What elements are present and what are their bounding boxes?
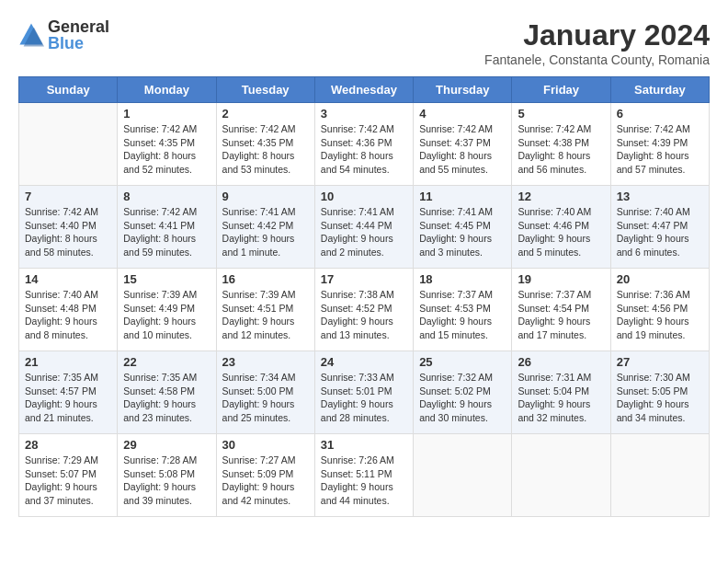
cell-info: Sunrise: 7:33 AM Sunset: 5:01 PM Dayligh…: [321, 371, 407, 425]
day-number: 15: [123, 272, 210, 286]
calendar-cell: 17Sunrise: 7:38 AM Sunset: 4:52 PM Dayli…: [314, 269, 413, 351]
calendar-cell: 31Sunrise: 7:26 AM Sunset: 5:11 PM Dayli…: [314, 434, 413, 517]
cell-info: Sunrise: 7:30 AM Sunset: 5:05 PM Dayligh…: [617, 371, 703, 425]
cell-info: Sunrise: 7:29 AM Sunset: 5:07 PM Dayligh…: [25, 454, 111, 508]
header: General Blue January 2024 Fantanele, Con…: [18, 18, 710, 67]
column-header-thursday: Thursday: [414, 77, 512, 103]
calendar-cell: 29Sunrise: 7:28 AM Sunset: 5:08 PM Dayli…: [118, 434, 216, 517]
cell-info: Sunrise: 7:40 AM Sunset: 4:46 PM Dayligh…: [518, 205, 604, 259]
calendar-cell: 8Sunrise: 7:42 AM Sunset: 4:41 PM Daylig…: [118, 186, 216, 269]
cell-info: Sunrise: 7:28 AM Sunset: 5:08 PM Dayligh…: [123, 454, 210, 508]
logo-text-general: General: [48, 18, 109, 35]
day-number: 29: [123, 438, 210, 452]
cell-info: Sunrise: 7:37 AM Sunset: 4:53 PM Dayligh…: [419, 288, 506, 342]
day-number: 16: [222, 272, 309, 286]
day-number: 6: [617, 107, 703, 121]
cell-info: Sunrise: 7:26 AM Sunset: 5:11 PM Dayligh…: [321, 454, 407, 508]
column-header-monday: Monday: [118, 77, 216, 103]
calendar-cell: 25Sunrise: 7:32 AM Sunset: 5:02 PM Dayli…: [414, 351, 512, 434]
calendar-cell: 4Sunrise: 7:42 AM Sunset: 4:37 PM Daylig…: [414, 103, 512, 186]
day-number: 3: [321, 107, 407, 121]
day-number: 13: [617, 190, 703, 203]
calendar-cell: 18Sunrise: 7:37 AM Sunset: 4:53 PM Dayli…: [414, 269, 512, 351]
cell-info: Sunrise: 7:40 AM Sunset: 4:48 PM Dayligh…: [25, 288, 111, 342]
cell-info: Sunrise: 7:42 AM Sunset: 4:38 PM Dayligh…: [518, 122, 604, 177]
calendar-cell: [414, 434, 512, 517]
cell-info: Sunrise: 7:42 AM Sunset: 4:41 PM Dayligh…: [123, 205, 210, 259]
calendar-cell: 19Sunrise: 7:37 AM Sunset: 4:54 PM Dayli…: [512, 269, 610, 351]
calendar-cell: 26Sunrise: 7:31 AM Sunset: 5:04 PM Dayli…: [512, 351, 610, 434]
day-number: 20: [617, 272, 703, 286]
day-number: 11: [419, 190, 506, 203]
column-header-friday: Friday: [512, 77, 610, 103]
subtitle: Fantanele, Constanta County, Romania: [484, 52, 710, 67]
title-area: January 2024 Fantanele, Constanta County…: [484, 18, 710, 67]
main-title: January 2024: [484, 18, 710, 52]
day-number: 23: [222, 355, 309, 369]
cell-info: Sunrise: 7:40 AM Sunset: 4:47 PM Dayligh…: [617, 205, 703, 259]
cell-info: Sunrise: 7:39 AM Sunset: 4:49 PM Dayligh…: [123, 288, 210, 342]
calendar-cell: 11Sunrise: 7:41 AM Sunset: 4:45 PM Dayli…: [414, 186, 512, 269]
logo-icon: [18, 22, 44, 48]
day-number: 19: [518, 272, 604, 286]
calendar-cell: 13Sunrise: 7:40 AM Sunset: 4:47 PM Dayli…: [610, 186, 709, 269]
cell-info: Sunrise: 7:38 AM Sunset: 4:52 PM Dayligh…: [321, 288, 407, 342]
calendar-cell: 22Sunrise: 7:35 AM Sunset: 4:58 PM Dayli…: [118, 351, 216, 434]
day-number: 27: [617, 355, 703, 369]
cell-info: Sunrise: 7:34 AM Sunset: 5:00 PM Dayligh…: [222, 371, 309, 425]
calendar-table: SundayMondayTuesdayWednesdayThursdayFrid…: [18, 76, 710, 517]
calendar-cell: 9Sunrise: 7:41 AM Sunset: 4:42 PM Daylig…: [216, 186, 314, 269]
calendar-cell: 7Sunrise: 7:42 AM Sunset: 4:40 PM Daylig…: [19, 186, 118, 269]
calendar-cell: 3Sunrise: 7:42 AM Sunset: 4:36 PM Daylig…: [314, 103, 413, 186]
cell-info: Sunrise: 7:41 AM Sunset: 4:42 PM Dayligh…: [222, 205, 309, 259]
day-number: 5: [518, 107, 604, 121]
day-number: 2: [222, 107, 309, 121]
day-number: 10: [321, 190, 407, 203]
calendar-cell: 1Sunrise: 7:42 AM Sunset: 4:35 PM Daylig…: [118, 103, 216, 186]
cell-info: Sunrise: 7:39 AM Sunset: 4:51 PM Dayligh…: [222, 288, 309, 342]
calendar-cell: 2Sunrise: 7:42 AM Sunset: 4:35 PM Daylig…: [216, 103, 314, 186]
calendar-cell: 5Sunrise: 7:42 AM Sunset: 4:38 PM Daylig…: [512, 103, 610, 186]
calendar-cell: [19, 103, 118, 186]
day-number: 26: [518, 355, 604, 369]
column-header-wednesday: Wednesday: [314, 77, 413, 103]
day-number: 17: [321, 272, 407, 286]
calendar-cell: 10Sunrise: 7:41 AM Sunset: 4:44 PM Dayli…: [314, 186, 413, 269]
day-number: 12: [518, 190, 604, 203]
column-header-tuesday: Tuesday: [216, 77, 314, 103]
calendar-cell: 24Sunrise: 7:33 AM Sunset: 5:01 PM Dayli…: [314, 351, 413, 434]
calendar-cell: 20Sunrise: 7:36 AM Sunset: 4:56 PM Dayli…: [610, 269, 709, 351]
cell-info: Sunrise: 7:42 AM Sunset: 4:36 PM Dayligh…: [321, 122, 407, 177]
day-number: 14: [25, 272, 111, 286]
calendar-cell: 14Sunrise: 7:40 AM Sunset: 4:48 PM Dayli…: [19, 269, 118, 351]
cell-info: Sunrise: 7:42 AM Sunset: 4:35 PM Dayligh…: [222, 122, 309, 177]
cell-info: Sunrise: 7:41 AM Sunset: 4:44 PM Dayligh…: [321, 205, 407, 259]
calendar-cell: 21Sunrise: 7:35 AM Sunset: 4:57 PM Dayli…: [19, 351, 118, 434]
cell-info: Sunrise: 7:37 AM Sunset: 4:54 PM Dayligh…: [518, 288, 604, 342]
logo-text-blue: Blue: [48, 35, 109, 52]
cell-info: Sunrise: 7:31 AM Sunset: 5:04 PM Dayligh…: [518, 371, 604, 425]
cell-info: Sunrise: 7:36 AM Sunset: 4:56 PM Dayligh…: [617, 288, 703, 342]
day-number: 25: [419, 355, 506, 369]
column-header-saturday: Saturday: [610, 77, 709, 103]
day-number: 8: [123, 190, 210, 203]
calendar-cell: 23Sunrise: 7:34 AM Sunset: 5:00 PM Dayli…: [216, 351, 314, 434]
calendar-cell: [512, 434, 610, 517]
day-number: 7: [25, 190, 111, 203]
calendar-cell: 12Sunrise: 7:40 AM Sunset: 4:46 PM Dayli…: [512, 186, 610, 269]
day-number: 4: [419, 107, 506, 121]
cell-info: Sunrise: 7:35 AM Sunset: 4:57 PM Dayligh…: [25, 371, 111, 425]
calendar-cell: 16Sunrise: 7:39 AM Sunset: 4:51 PM Dayli…: [216, 269, 314, 351]
cell-info: Sunrise: 7:42 AM Sunset: 4:37 PM Dayligh…: [419, 122, 506, 177]
day-number: 31: [321, 438, 407, 452]
day-number: 9: [222, 190, 309, 203]
calendar-cell: 6Sunrise: 7:42 AM Sunset: 4:39 PM Daylig…: [610, 103, 709, 186]
cell-info: Sunrise: 7:41 AM Sunset: 4:45 PM Dayligh…: [419, 205, 506, 259]
cell-info: Sunrise: 7:35 AM Sunset: 4:58 PM Dayligh…: [123, 371, 210, 425]
day-number: 28: [25, 438, 111, 452]
calendar-cell: 28Sunrise: 7:29 AM Sunset: 5:07 PM Dayli…: [19, 434, 118, 517]
calendar-cell: 15Sunrise: 7:39 AM Sunset: 4:49 PM Dayli…: [118, 269, 216, 351]
calendar-cell: 30Sunrise: 7:27 AM Sunset: 5:09 PM Dayli…: [216, 434, 314, 517]
cell-info: Sunrise: 7:42 AM Sunset: 4:39 PM Dayligh…: [617, 122, 703, 177]
column-header-sunday: Sunday: [19, 77, 118, 103]
